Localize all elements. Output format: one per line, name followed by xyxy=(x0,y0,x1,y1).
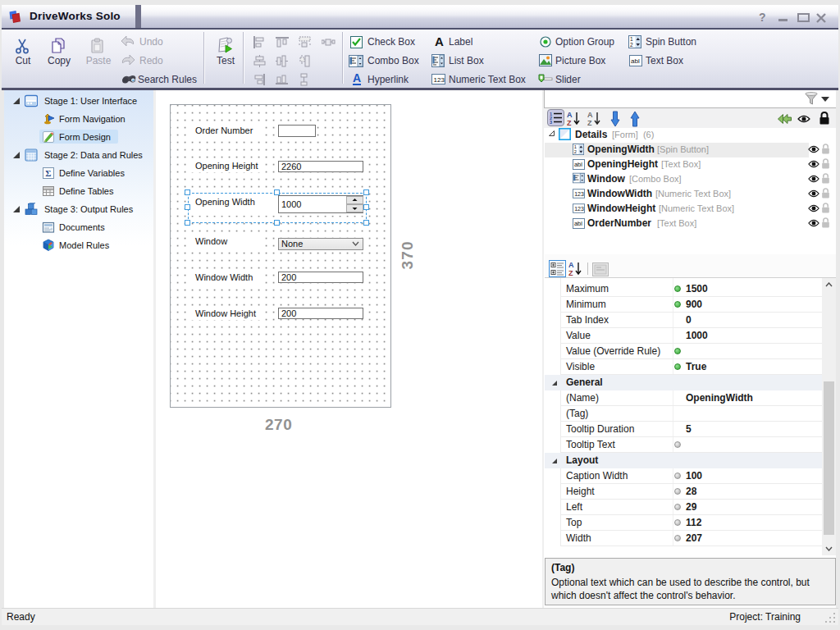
svg-text:1: 1 xyxy=(630,36,633,42)
svg-text:abl: abl xyxy=(574,161,582,168)
svg-text:Z: Z xyxy=(567,119,572,127)
svg-text:abl: abl xyxy=(574,220,582,227)
svg-text:A: A xyxy=(587,111,593,119)
svg-text:123: 123 xyxy=(434,76,445,84)
svg-text:1: 1 xyxy=(574,144,577,149)
svg-text:123: 123 xyxy=(574,191,584,197)
svg-text:2: 2 xyxy=(574,149,577,154)
svg-text:123: 123 xyxy=(574,206,584,212)
svg-text:Z: Z xyxy=(568,269,573,277)
svg-text:A: A xyxy=(568,261,574,269)
svg-text:3: 3 xyxy=(550,120,552,124)
svg-text:Z: Z xyxy=(587,119,592,127)
svg-text:abl: abl xyxy=(631,57,640,65)
svg-text:Σ: Σ xyxy=(45,168,51,178)
svg-text:2: 2 xyxy=(630,42,633,48)
svg-text:A: A xyxy=(567,111,573,119)
